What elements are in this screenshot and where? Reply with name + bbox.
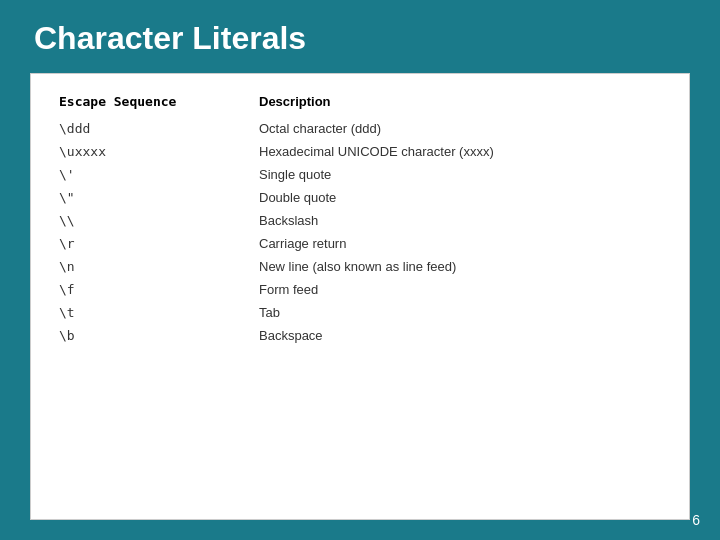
description-cell: Backslash <box>251 209 669 232</box>
escape-sequence-cell: \f <box>51 278 251 301</box>
description-cell: Backspace <box>251 324 669 347</box>
description-cell: Carriage return <box>251 232 669 255</box>
escape-sequence-table: Escape Sequence Description \dddOctal ch… <box>51 90 669 347</box>
escape-sequence-cell: \' <box>51 163 251 186</box>
escape-sequence-cell: \ddd <box>51 117 251 140</box>
table-row: \tTab <box>51 301 669 324</box>
table-container: Escape Sequence Description \dddOctal ch… <box>30 73 690 520</box>
table-row: \'Single quote <box>51 163 669 186</box>
description-cell: Hexadecimal UNICODE character (xxxx) <box>251 140 669 163</box>
description-cell: New line (also known as line feed) <box>251 255 669 278</box>
table-row: \rCarriage return <box>51 232 669 255</box>
table-row: \uxxxxHexadecimal UNICODE character (xxx… <box>51 140 669 163</box>
escape-sequence-cell: \t <box>51 301 251 324</box>
header-escape-sequence: Escape Sequence <box>51 90 251 117</box>
table-row: \"Double quote <box>51 186 669 209</box>
description-cell: Single quote <box>251 163 669 186</box>
table-row: \bBackspace <box>51 324 669 347</box>
description-cell: Tab <box>251 301 669 324</box>
table-row: \fForm feed <box>51 278 669 301</box>
table-row: \\Backslash <box>51 209 669 232</box>
slide-title: Character Literals <box>30 20 690 57</box>
table-row: \nNew line (also known as line feed) <box>51 255 669 278</box>
escape-sequence-cell: \" <box>51 186 251 209</box>
table-row: \dddOctal character (ddd) <box>51 117 669 140</box>
description-cell: Form feed <box>251 278 669 301</box>
slide-container: Character Literals Escape Sequence Descr… <box>0 0 720 540</box>
escape-sequence-cell: \n <box>51 255 251 278</box>
description-cell: Double quote <box>251 186 669 209</box>
description-cell: Octal character (ddd) <box>251 117 669 140</box>
table-header-row: Escape Sequence Description <box>51 90 669 117</box>
page-number: 6 <box>692 512 700 528</box>
escape-sequence-cell: \uxxxx <box>51 140 251 163</box>
escape-sequence-cell: \b <box>51 324 251 347</box>
escape-sequence-cell: \r <box>51 232 251 255</box>
escape-sequence-cell: \\ <box>51 209 251 232</box>
header-description: Description <box>251 90 669 117</box>
